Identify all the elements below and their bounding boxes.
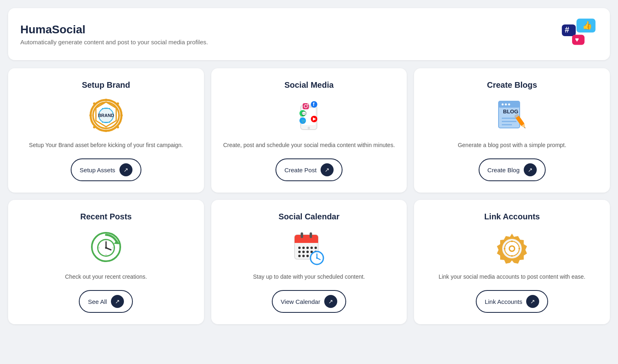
social-calendar-title: Social Calendar <box>278 212 339 221</box>
social-calendar-card: Social Calendar <box>211 200 407 324</box>
svg-text:BRAND: BRAND <box>98 113 114 118</box>
header-text: HumaSocial Automatically generate conten… <box>20 23 208 46</box>
svg-text:♥: ♥ <box>575 36 579 43</box>
view-calendar-button[interactable]: View Calendar ↗ <box>272 290 346 313</box>
see-all-button[interactable]: See All ↗ <box>79 290 133 313</box>
svg-point-55 <box>105 247 107 249</box>
svg-point-35 <box>308 127 310 129</box>
create-blog-label: Create Blog <box>488 167 520 173</box>
app-title: HumaSocial <box>20 23 208 36</box>
svg-point-68 <box>310 247 313 249</box>
view-calendar-label: View Calendar <box>281 298 320 305</box>
svg-rect-62 <box>295 239 318 243</box>
svg-point-75 <box>298 255 301 257</box>
social-calendar-description: Stay up to date with your scheduled cont… <box>253 273 365 281</box>
svg-point-18 <box>117 126 119 128</box>
social-media-card: Social Media f 💬 🐦 <box>211 68 407 193</box>
create-blog-button[interactable]: Create Blog ↗ <box>479 158 546 181</box>
social-calendar-icon <box>291 229 327 265</box>
link-accounts-description: Link your social media accounts to post … <box>439 273 585 281</box>
arrow-icon: ↗ <box>524 163 537 176</box>
svg-point-86 <box>510 247 514 251</box>
create-blogs-description: Generate a blog post with a simple promp… <box>458 141 566 150</box>
svg-rect-64 <box>310 232 312 238</box>
header-illustration: 👍 # ♥ <box>561 18 598 50</box>
arrow-icon: ↗ <box>526 295 539 308</box>
create-blogs-title: Create Blogs <box>487 80 537 90</box>
setup-assets-button[interactable]: Setup Assets ↗ <box>71 158 141 181</box>
svg-point-89 <box>504 248 505 249</box>
svg-point-69 <box>314 247 317 249</box>
create-post-label: Create Post <box>284 167 317 173</box>
svg-point-39 <box>505 104 507 106</box>
svg-point-20 <box>93 126 95 128</box>
link-accounts-card: Link Accounts Link your social media acc… <box>414 200 610 324</box>
svg-point-72 <box>306 251 309 253</box>
svg-point-19 <box>117 102 119 105</box>
svg-text:👍: 👍 <box>582 20 592 30</box>
svg-point-67 <box>306 247 309 249</box>
recent-posts-title: Recent Posts <box>80 212 132 221</box>
arrow-icon: ↗ <box>321 163 334 176</box>
setup-assets-label: Setup Assets <box>80 167 115 173</box>
feature-grid: Setup Brand BRAND <box>8 68 610 324</box>
see-all-label: See All <box>88 298 107 305</box>
svg-point-14 <box>105 130 107 132</box>
svg-point-16 <box>120 114 123 117</box>
arrow-icon: ↗ <box>324 295 337 308</box>
arrow-icon: ↗ <box>119 163 132 176</box>
recent-posts-description: Check out your recent creations. <box>65 273 147 281</box>
svg-text:🐦: 🐦 <box>301 119 306 124</box>
social-icons-illustration: 👍 # ♥ <box>561 18 598 47</box>
setup-brand-description: Setup Your Brand asset before kicking of… <box>29 141 183 150</box>
svg-text:💬: 💬 <box>301 111 307 116</box>
social-media-title: Social Media <box>284 80 334 90</box>
svg-text:BLOG: BLOG <box>503 108 518 115</box>
svg-point-90 <box>518 248 520 249</box>
setup-brand-card: Setup Brand BRAND <box>8 68 204 193</box>
svg-point-17 <box>93 102 95 105</box>
social-media-description: Create, post and schedule your social me… <box>223 141 395 150</box>
social-media-icon: f 💬 🐦 <box>291 97 327 134</box>
svg-point-58 <box>98 247 100 249</box>
svg-point-70 <box>298 251 301 253</box>
svg-text:#: # <box>565 25 569 34</box>
svg-point-66 <box>302 247 305 249</box>
svg-point-65 <box>298 247 301 249</box>
app-subtitle: Automatically generate content and post … <box>20 39 208 46</box>
svg-point-82 <box>316 257 318 259</box>
svg-line-48 <box>525 127 525 128</box>
create-post-button[interactable]: Create Post ↗ <box>275 158 343 181</box>
svg-point-71 <box>302 251 305 253</box>
create-blogs-card: Create Blogs BLOG <box>414 68 610 193</box>
setup-brand-title: Setup Brand <box>82 80 130 90</box>
svg-rect-63 <box>301 232 303 238</box>
recent-posts-card: Recent Posts <box>8 200 204 324</box>
svg-point-26 <box>307 104 308 105</box>
svg-point-57 <box>105 254 106 256</box>
svg-point-88 <box>511 255 513 257</box>
svg-point-76 <box>302 255 305 257</box>
link-accounts-icon <box>494 229 530 265</box>
svg-point-59 <box>112 247 113 249</box>
svg-point-15 <box>89 114 92 117</box>
arrow-icon: ↗ <box>111 295 124 308</box>
link-accounts-label: Link Accounts <box>485 298 523 305</box>
svg-point-13 <box>105 99 107 101</box>
svg-point-87 <box>511 240 513 242</box>
svg-point-40 <box>508 104 510 106</box>
svg-point-56 <box>105 240 106 242</box>
svg-point-38 <box>502 104 504 106</box>
header-card: HumaSocial Automatically generate conten… <box>8 8 610 60</box>
recent-posts-icon <box>88 229 124 265</box>
setup-brand-icon: BRAND <box>88 97 124 134</box>
link-accounts-title: Link Accounts <box>484 212 540 221</box>
create-blogs-icon: BLOG <box>494 97 530 134</box>
svg-point-77 <box>306 255 309 257</box>
link-accounts-button[interactable]: Link Accounts ↗ <box>476 290 549 313</box>
